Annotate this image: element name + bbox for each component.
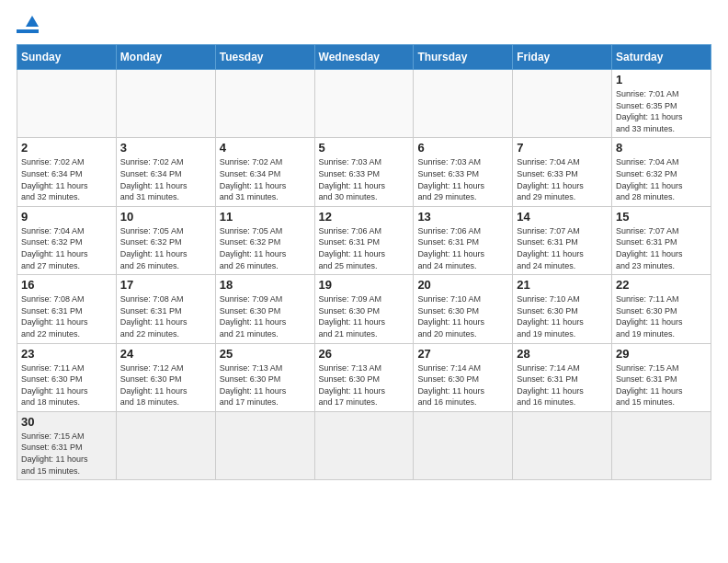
day-number: 25 [220, 347, 311, 361]
calendar-cell [116, 70, 215, 138]
day-number: 6 [417, 141, 508, 155]
calendar-cell: 26Sunrise: 7:13 AM Sunset: 6:30 PM Dayli… [314, 343, 414, 411]
calendar-cell: 21Sunrise: 7:10 AM Sunset: 6:30 PM Dayli… [513, 275, 612, 343]
day-detail: Sunrise: 7:01 AM Sunset: 6:35 PM Dayligh… [616, 88, 707, 134]
day-detail: Sunrise: 7:04 AM Sunset: 6:32 PM Dayligh… [21, 225, 112, 271]
day-detail: Sunrise: 7:15 AM Sunset: 6:31 PM Dayligh… [21, 431, 112, 477]
day-detail: Sunrise: 7:08 AM Sunset: 6:31 PM Dayligh… [120, 293, 211, 339]
week-row-0: 1Sunrise: 7:01 AM Sunset: 6:35 PM Daylig… [17, 70, 711, 138]
day-detail: Sunrise: 7:03 AM Sunset: 6:33 PM Dayligh… [417, 156, 508, 202]
day-detail: Sunrise: 7:12 AM Sunset: 6:30 PM Dayligh… [120, 362, 211, 408]
day-number: 24 [120, 347, 211, 361]
day-detail: Sunrise: 7:05 AM Sunset: 6:32 PM Dayligh… [120, 225, 211, 271]
day-detail: Sunrise: 7:04 AM Sunset: 6:33 PM Dayligh… [517, 156, 608, 202]
calendar-cell [513, 70, 612, 138]
weekday-header-sunday: Sunday [17, 45, 117, 70]
header [17, 17, 711, 33]
day-number: 21 [517, 278, 608, 292]
day-number: 10 [120, 210, 211, 224]
day-detail: Sunrise: 7:14 AM Sunset: 6:30 PM Dayligh… [417, 362, 508, 408]
calendar-cell: 19Sunrise: 7:09 AM Sunset: 6:30 PM Dayli… [314, 275, 414, 343]
day-detail: Sunrise: 7:02 AM Sunset: 6:34 PM Dayligh… [220, 156, 311, 202]
day-detail: Sunrise: 7:09 AM Sunset: 6:30 PM Dayligh… [319, 293, 410, 339]
calendar-cell: 20Sunrise: 7:10 AM Sunset: 6:30 PM Dayli… [414, 275, 513, 343]
calendar-cell: 29Sunrise: 7:15 AM Sunset: 6:31 PM Dayli… [612, 343, 711, 411]
calendar-cell: 16Sunrise: 7:08 AM Sunset: 6:31 PM Dayli… [17, 275, 117, 343]
calendar-cell: 13Sunrise: 7:06 AM Sunset: 6:31 PM Dayli… [414, 206, 513, 274]
logo-underline [17, 29, 39, 33]
calendar-cell: 18Sunrise: 7:09 AM Sunset: 6:30 PM Dayli… [215, 275, 314, 343]
day-number: 20 [417, 278, 508, 292]
day-detail: Sunrise: 7:02 AM Sunset: 6:34 PM Dayligh… [120, 156, 211, 202]
day-number: 22 [616, 278, 707, 292]
calendar-cell: 28Sunrise: 7:14 AM Sunset: 6:31 PM Dayli… [513, 343, 612, 411]
day-detail: Sunrise: 7:03 AM Sunset: 6:33 PM Dayligh… [319, 156, 410, 202]
day-detail: Sunrise: 7:07 AM Sunset: 6:31 PM Dayligh… [517, 225, 608, 271]
day-detail: Sunrise: 7:10 AM Sunset: 6:30 PM Dayligh… [517, 293, 608, 339]
day-detail: Sunrise: 7:13 AM Sunset: 6:30 PM Dayligh… [319, 362, 410, 408]
calendar-cell [314, 411, 414, 479]
day-number: 18 [220, 278, 311, 292]
day-detail: Sunrise: 7:14 AM Sunset: 6:31 PM Dayligh… [517, 362, 608, 408]
calendar-cell: 12Sunrise: 7:06 AM Sunset: 6:31 PM Dayli… [314, 206, 414, 274]
calendar-cell [314, 70, 414, 138]
day-number: 8 [616, 141, 707, 155]
calendar-cell [215, 70, 314, 138]
calendar-cell: 3Sunrise: 7:02 AM Sunset: 6:34 PM Daylig… [116, 138, 215, 206]
calendar-cell: 9Sunrise: 7:04 AM Sunset: 6:32 PM Daylig… [17, 206, 117, 274]
calendar-cell: 30Sunrise: 7:15 AM Sunset: 6:31 PM Dayli… [17, 411, 117, 479]
day-number: 27 [417, 347, 508, 361]
calendar-cell: 2Sunrise: 7:02 AM Sunset: 6:34 PM Daylig… [17, 138, 117, 206]
day-number: 13 [417, 210, 508, 224]
day-number: 23 [21, 347, 112, 361]
day-detail: Sunrise: 7:07 AM Sunset: 6:31 PM Dayligh… [616, 225, 707, 271]
week-row-1: 2Sunrise: 7:02 AM Sunset: 6:34 PM Daylig… [17, 138, 711, 206]
calendar-cell: 11Sunrise: 7:05 AM Sunset: 6:32 PM Dayli… [215, 206, 314, 274]
day-number: 14 [517, 210, 608, 224]
calendar-cell: 27Sunrise: 7:14 AM Sunset: 6:30 PM Dayli… [414, 343, 513, 411]
weekday-header-thursday: Thursday [414, 45, 513, 70]
week-row-5: 30Sunrise: 7:15 AM Sunset: 6:31 PM Dayli… [17, 411, 711, 479]
weekday-header-tuesday: Tuesday [215, 45, 314, 70]
day-number: 1 [616, 73, 707, 86]
calendar-cell: 22Sunrise: 7:11 AM Sunset: 6:30 PM Dayli… [612, 275, 711, 343]
calendar-cell: 14Sunrise: 7:07 AM Sunset: 6:31 PM Dayli… [513, 206, 612, 274]
day-number: 19 [319, 278, 410, 292]
calendar-cell: 23Sunrise: 7:11 AM Sunset: 6:30 PM Dayli… [17, 343, 117, 411]
calendar-table: SundayMondayTuesdayWednesdayThursdayFrid… [17, 44, 711, 480]
day-detail: Sunrise: 7:08 AM Sunset: 6:31 PM Dayligh… [21, 293, 112, 339]
day-number: 5 [319, 141, 410, 155]
calendar-cell: 25Sunrise: 7:13 AM Sunset: 6:30 PM Dayli… [215, 343, 314, 411]
day-number: 4 [220, 141, 311, 155]
calendar-cell [116, 411, 215, 479]
day-number: 7 [517, 141, 608, 155]
calendar-cell [215, 411, 314, 479]
day-number: 3 [120, 141, 211, 155]
calendar-cell [513, 411, 612, 479]
day-number: 30 [21, 415, 112, 429]
day-detail: Sunrise: 7:10 AM Sunset: 6:30 PM Dayligh… [417, 293, 508, 339]
calendar-cell [414, 70, 513, 138]
calendar-cell: 8Sunrise: 7:04 AM Sunset: 6:32 PM Daylig… [612, 138, 711, 206]
logo-triangle-icon [26, 16, 39, 27]
week-row-4: 23Sunrise: 7:11 AM Sunset: 6:30 PM Dayli… [17, 343, 711, 411]
day-detail: Sunrise: 7:15 AM Sunset: 6:31 PM Dayligh… [616, 362, 707, 408]
day-number: 16 [21, 278, 112, 292]
day-number: 17 [120, 278, 211, 292]
weekday-header-friday: Friday [513, 45, 612, 70]
day-number: 9 [21, 210, 112, 224]
calendar-cell: 24Sunrise: 7:12 AM Sunset: 6:30 PM Dayli… [116, 343, 215, 411]
day-number: 26 [319, 347, 410, 361]
calendar-cell [17, 70, 117, 138]
calendar-cell [612, 411, 711, 479]
weekday-header-saturday: Saturday [612, 45, 711, 70]
calendar-cell: 10Sunrise: 7:05 AM Sunset: 6:32 PM Dayli… [116, 206, 215, 274]
day-detail: Sunrise: 7:06 AM Sunset: 6:31 PM Dayligh… [319, 225, 410, 271]
weekday-header-row: SundayMondayTuesdayWednesdayThursdayFrid… [17, 45, 711, 70]
week-row-2: 9Sunrise: 7:04 AM Sunset: 6:32 PM Daylig… [17, 206, 711, 274]
day-number: 12 [319, 210, 410, 224]
calendar-cell: 4Sunrise: 7:02 AM Sunset: 6:34 PM Daylig… [215, 138, 314, 206]
day-number: 2 [21, 141, 112, 155]
day-detail: Sunrise: 7:04 AM Sunset: 6:32 PM Dayligh… [616, 156, 707, 202]
calendar-cell: 17Sunrise: 7:08 AM Sunset: 6:31 PM Dayli… [116, 275, 215, 343]
